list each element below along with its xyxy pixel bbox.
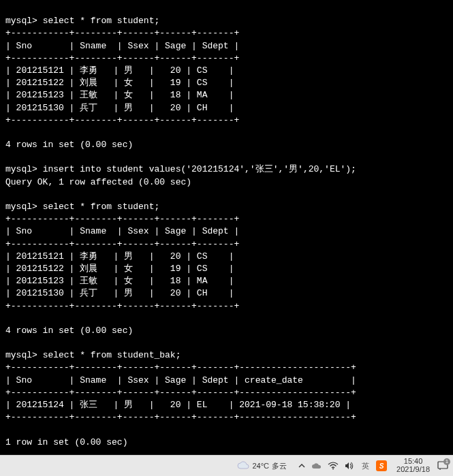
table-border: +-----------+--------+------+------+----… bbox=[5, 239, 239, 249]
prompt: mysql> bbox=[5, 350, 37, 360]
table-border: +-----------+--------+------+------+----… bbox=[5, 412, 356, 422]
sogou-ime-icon[interactable]: S bbox=[376, 460, 387, 471]
prompt: mysql> bbox=[5, 202, 37, 212]
sql-command: select * from student; bbox=[43, 202, 160, 212]
weather-desc: 多云 bbox=[272, 461, 287, 471]
table-row: | 201215123 | 王敏 | 女 | 18 | MA | bbox=[5, 90, 234, 100]
sql-command: insert into student values('201215124','… bbox=[43, 164, 356, 174]
ime-indicator[interactable]: 英 bbox=[360, 461, 371, 471]
speaker-icon[interactable] bbox=[344, 460, 355, 471]
result-message: 4 rows in set (0.00 sec) bbox=[5, 140, 133, 150]
sql-command: select * from student; bbox=[43, 16, 160, 26]
windows-taskbar: 24°C 多云 英 S 15:40 2021/9/18 1 bbox=[0, 455, 453, 476]
notifications-icon[interactable]: 1 bbox=[437, 460, 449, 472]
taskbar-clock[interactable]: 15:40 2021/9/18 bbox=[394, 458, 433, 473]
notification-badge: 1 bbox=[443, 458, 450, 465]
weather-temp: 24°C bbox=[252, 462, 269, 470]
table-row: | 201215124 | 张三 | 男 | 20 | EL | 2021-09… bbox=[5, 400, 351, 410]
table-border: +-----------+--------+------+------+----… bbox=[5, 214, 239, 224]
table-row: | 201215121 | 李勇 | 男 | 20 | CS | bbox=[5, 251, 234, 261]
table-border: +-----------+--------+------+------+----… bbox=[5, 362, 356, 372]
svg-point-0 bbox=[332, 469, 334, 470]
wifi-icon[interactable] bbox=[328, 460, 339, 471]
prompt: mysql> bbox=[5, 16, 37, 26]
prompt-line: mysql> select * from student; bbox=[5, 16, 159, 26]
result-message: Query OK, 1 row affected (0.00 sec) bbox=[5, 177, 191, 187]
tray-chevron-up-icon[interactable] bbox=[298, 462, 306, 470]
table-border: +-----------+--------+------+------+----… bbox=[5, 28, 239, 38]
table-border: +-----------+--------+------+------+----… bbox=[5, 115, 239, 125]
table-row: | 201215122 | 刘晨 | 女 | 19 | CS | bbox=[5, 264, 234, 274]
table-border: +-----------+--------+------+------+----… bbox=[5, 387, 356, 398]
table-row: | 201215130 | 兵丁 | 男 | 20 | CH | bbox=[5, 288, 234, 298]
table-row: | 201215121 | 李勇 | 男 | 20 | CS | bbox=[5, 65, 234, 76]
table-row: | 201215130 | 兵丁 | 男 | 20 | CH | bbox=[5, 103, 234, 113]
table-border: +-----------+--------+------+------+----… bbox=[5, 53, 239, 63]
system-tray: 英 S bbox=[295, 460, 390, 471]
onedrive-icon[interactable] bbox=[311, 460, 322, 471]
result-message: 1 row in set (0.00 sec) bbox=[5, 437, 127, 447]
prompt-line: mysql> select * from student_bak; bbox=[5, 350, 181, 360]
weather-widget[interactable]: 24°C 多云 bbox=[233, 461, 291, 471]
table-header: | Sno | Sname | Ssex | Sage | Sdept | cr… bbox=[5, 375, 356, 385]
prompt-line: mysql> insert into student values('20121… bbox=[5, 164, 356, 174]
result-message: 4 rows in set (0.00 sec) bbox=[5, 326, 133, 336]
table-header: | Sno | Sname | Ssex | Sage | Sdept | bbox=[5, 226, 239, 236]
clock-date: 2021/9/18 bbox=[396, 466, 430, 474]
table-row: | 201215123 | 王敏 | 女 | 18 | MA | bbox=[5, 276, 234, 286]
prompt-line: mysql> select * from student; bbox=[5, 202, 159, 212]
table-header: | Sno | Sname | Ssex | Sage | Sdept | bbox=[5, 41, 239, 51]
sql-command: select * from student_bak; bbox=[43, 350, 181, 360]
prompt: mysql> bbox=[5, 164, 37, 174]
table-row: | 201215122 | 刘晨 | 女 | 19 | CS | bbox=[5, 78, 234, 88]
cloud-icon bbox=[237, 461, 249, 471]
table-border: +-----------+--------+------+------+----… bbox=[5, 301, 239, 311]
mysql-terminal[interactable]: mysql> select * from student; +---------… bbox=[0, 0, 453, 455]
